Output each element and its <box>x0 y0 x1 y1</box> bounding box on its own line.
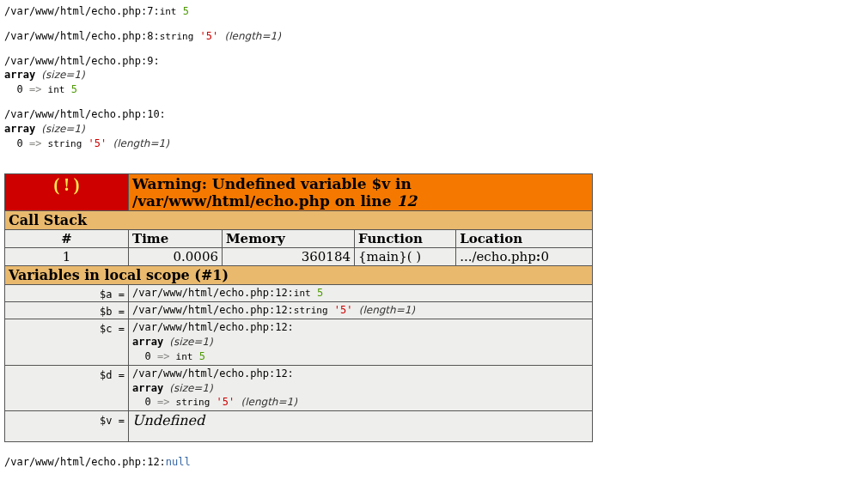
col-num: # <box>5 230 129 248</box>
var-value-c: /var/www/html/echo.php:12: array (size=1… <box>129 319 593 365</box>
var-name-b: $b = <box>5 302 129 319</box>
stack-memory: 360184 <box>223 248 355 266</box>
col-time: Time <box>129 230 223 248</box>
stack-num: 1 <box>5 248 129 266</box>
call-stack-header-row: # Time Memory Function Location <box>5 230 593 248</box>
dump-line: /var/www/html/echo.php:10: array (size=1… <box>4 107 848 150</box>
scope-var-row: $v = Undefined <box>5 411 593 442</box>
var-name-c: $c = <box>5 319 129 365</box>
stack-function: {main}( ) <box>355 248 456 266</box>
vardump-null: /var/www/html/echo.php:12:null <box>4 455 848 470</box>
stack-time: 0.0006 <box>129 248 223 266</box>
col-memory: Memory <box>223 230 355 248</box>
error-bang-icon: ( ! ) <box>5 174 129 211</box>
stack-location: .../echo.php:0 <box>456 248 593 266</box>
call-stack-title: Call Stack <box>5 211 593 230</box>
var-name-d: $d = <box>5 365 129 410</box>
var-value-b: /var/www/html/echo.php:12:string '5' (le… <box>129 302 593 319</box>
var-name-a: $a = <box>5 285 129 302</box>
var-value-v: Undefined <box>129 411 593 442</box>
var-value-a: /var/www/html/echo.php:12:int 5 <box>129 285 593 302</box>
xdebug-error-table: ( ! ) Warning: Undefined variable $v in … <box>4 173 593 442</box>
dump-line: /var/www/html/echo.php:9: array (size=1)… <box>4 54 848 97</box>
col-function: Function <box>355 230 456 248</box>
scope-var-row: $d = /var/www/html/echo.php:12: array (s… <box>5 365 593 410</box>
vardump-int: /var/www/html/echo.php:7:int 5 <box>4 4 848 19</box>
local-scope-title: Variables in local scope (#1) <box>5 266 593 285</box>
dump-line: /var/www/html/echo.php:12:null <box>4 455 848 470</box>
vardump-array-string: /var/www/html/echo.php:10: array (size=1… <box>4 107 848 150</box>
call-stack-row: 1 0.0006 360184 {main}( ) .../echo.php:0 <box>5 248 593 266</box>
vardump-array-int: /var/www/html/echo.php:9: array (size=1)… <box>4 54 848 97</box>
var-name-v: $v = <box>5 411 129 442</box>
dump-line: /var/www/html/echo.php:8:string '5' (len… <box>4 29 848 44</box>
dump-line: /var/www/html/echo.php:7:int 5 <box>4 4 848 19</box>
error-message: Warning: Undefined variable $v in /var/w… <box>129 174 593 211</box>
scope-var-row: $b = /var/www/html/echo.php:12:string '5… <box>5 302 593 319</box>
col-location: Location <box>456 230 593 248</box>
scope-var-row: $a = /var/www/html/echo.php:12:int 5 <box>5 285 593 302</box>
vardump-string: /var/www/html/echo.php:8:string '5' (len… <box>4 29 848 44</box>
scope-var-row: $c = /var/www/html/echo.php:12: array (s… <box>5 319 593 365</box>
var-value-d: /var/www/html/echo.php:12: array (size=1… <box>129 365 593 410</box>
